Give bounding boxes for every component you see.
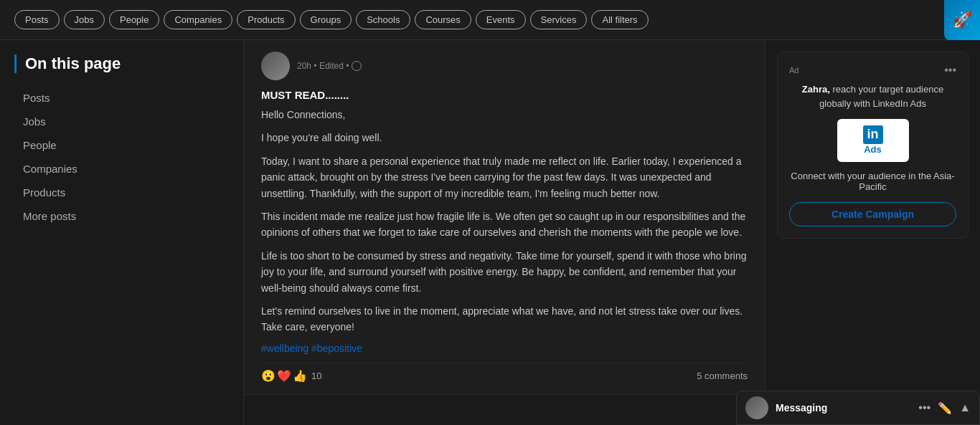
post-body: Hello Connections, I hope you're all doi… [261,107,748,335]
nav-pill-all-filters[interactable]: All filters [591,10,648,29]
ad-label: Ad [789,66,798,75]
post-tags[interactable]: #wellbeing #bepositive [261,343,748,354]
main-layout: On this page PostsJobsPeopleCompaniesPro… [0,40,980,425]
reactions-count: 10 [311,371,321,381]
linkedin-logo: in Ads [863,125,883,155]
nav-pill-events[interactable]: Events [476,10,526,29]
nav-pill-companies[interactable]: Companies [164,10,232,29]
post-footer: 😮 ❤️ 👍 10 5 comments [261,363,748,383]
sidebar: On this page PostsJobsPeopleCompaniesPro… [0,40,244,425]
create-campaign-button[interactable]: Create Campaign [789,202,956,226]
right-sidebar: Ad ••• Zahra, reach your target audience… [765,40,980,425]
top-nav: PostsJobsPeopleCompaniesProductsGroupsSc… [0,0,980,40]
nav-pill-groups[interactable]: Groups [300,10,352,29]
top-right-icon: 🚀 [944,0,980,40]
ad-header: Ad ••• [789,64,956,77]
messaging-icons: ••• ✏️ ▲ [918,401,971,415]
ad-logo-box: in Ads [837,119,909,162]
nav-pill-services[interactable]: Services [530,10,588,29]
post-title: MUST READ........ [261,89,748,101]
post-card: 20h • Edited • MUST READ........ Hello C… [244,40,765,395]
messaging-bar[interactable]: Messaging ••• ✏️ ▲ [736,391,980,425]
messaging-expand-icon[interactable]: ▲ [959,401,971,414]
sidebar-item-more-posts[interactable]: More posts [14,204,229,228]
messaging-label: Messaging [776,402,911,414]
nav-pill-schools[interactable]: Schools [356,10,410,29]
center-content: 20h • Edited • MUST READ........ Hello C… [244,40,765,425]
sidebar-item-companies[interactable]: Companies [14,157,229,181]
ad-description: Connect with your audience in the Asia-P… [789,171,956,192]
post-time: 20h • Edited • [297,61,362,71]
avatar [261,52,290,80]
sidebar-item-jobs[interactable]: Jobs [14,110,229,133]
nav-pill-courses[interactable]: Courses [415,10,471,29]
sidebar-item-posts[interactable]: Posts [14,86,229,110]
globe-icon [352,61,362,71]
nav-pill-people[interactable]: People [109,10,159,29]
nav-pill-products[interactable]: Products [237,10,295,29]
reaction-emojis: 😮 ❤️ 👍 [261,369,307,383]
nav-pill-jobs[interactable]: Jobs [64,10,105,29]
nav-pill-posts[interactable]: Posts [14,10,60,29]
post-meta: 20h • Edited • [261,52,748,80]
ad-card: Ad ••• Zahra, reach your target audience… [777,52,969,239]
messaging-avatar [745,396,768,419]
comments-count[interactable]: 5 comments [697,371,748,381]
messaging-more-icon[interactable]: ••• [918,401,930,414]
sidebar-item-products[interactable]: Products [14,181,229,204]
reactions: 😮 ❤️ 👍 10 [261,369,321,383]
sidebar-item-people[interactable]: People [14,133,229,157]
rocket-icon: 🚀 [953,11,972,29]
messaging-compose-icon[interactable]: ✏️ [938,401,952,415]
ad-text: Zahra, reach your target audience global… [789,82,956,110]
sidebar-title: On this page [14,54,229,73]
ad-more-icon[interactable]: ••• [944,64,956,77]
